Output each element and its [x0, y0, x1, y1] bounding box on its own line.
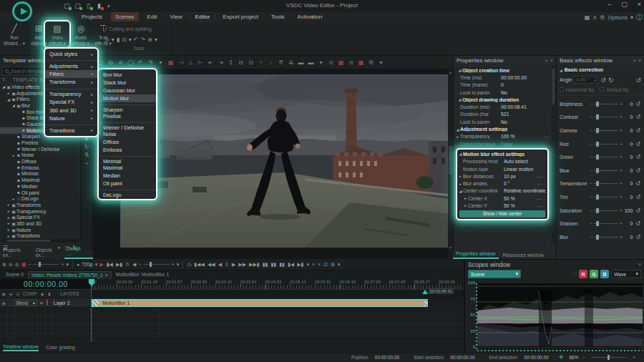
reset-icon[interactable]: ↺ [635, 101, 640, 107]
timeline-zoom-icon[interactable]: ⊜ [15, 262, 19, 268]
submenu-item[interactable]: Gaussian blur [99, 87, 156, 94]
layout-icon[interactable]: ▦ [585, 14, 590, 21]
reset-icon[interactable]: ↺ [635, 234, 640, 240]
resolution-select[interactable]: 720p [82, 262, 93, 267]
clip-right-handle[interactable] [424, 300, 427, 306]
navigation-icon[interactable]: ↧ [225, 262, 229, 268]
slider-handle[interactable] [596, 102, 599, 107]
template-tree-item[interactable]: ▸ ▣ 360 and 3D [0, 220, 80, 227]
row-expand-icon[interactable]: ▸ [458, 182, 463, 186]
playback-icon[interactable]: ↻ [125, 262, 130, 268]
slider-handle[interactable] [596, 195, 599, 200]
submenu-item[interactable]: Box blur [99, 71, 156, 79]
workspace-tool-icon[interactable]: ⊘ [116, 59, 125, 66]
reset-icon[interactable]: ↺ [635, 167, 640, 174]
reset-icon[interactable]: ↺ [635, 207, 640, 214]
slider-minus-button[interactable]: − [590, 142, 592, 147]
navigation-icon[interactable]: ▾ [338, 262, 341, 268]
end-marker[interactable]: 00:00:08.41 [422, 288, 454, 294]
template-tree-item[interactable]: ▸ □ DeLogo [0, 195, 80, 202]
menu-item[interactable]: Nature ▸ [45, 114, 97, 122]
property-row[interactable]: Extend the boun False — ‥ [455, 140, 555, 147]
navigation-icon[interactable]: ▮▮ [270, 262, 276, 268]
reset-icon[interactable]: ↺ [635, 194, 640, 200]
menu-item[interactable]: Quick styles ▸ [45, 50, 97, 58]
cutting-tool-icon[interactable]: ⊕ [147, 36, 152, 43]
slider-track[interactable] [594, 223, 618, 224]
navigation-icon[interactable]: ▾ [306, 262, 309, 268]
slider-handle[interactable] [608, 355, 610, 360]
navigation-icon[interactable]: ▮▮ [279, 262, 285, 268]
property-row[interactable]: Processing mod Auto select — ‥ [458, 158, 547, 165]
slider-track[interactable] [594, 237, 618, 238]
row-expand-icon[interactable]: ◢ [455, 127, 460, 132]
close-icon[interactable]: × [638, 262, 641, 267]
row-expand-icon[interactable]: ▸ [463, 196, 468, 200]
navigation-icon[interactable]: ▶▶▮ [249, 262, 260, 268]
workspace-tool-icon[interactable]: ↑ [256, 59, 265, 66]
slider-track[interactable] [594, 157, 618, 157]
playback-icon[interactable]: ▶▮ [116, 262, 122, 268]
green-channel-button[interactable]: G [590, 270, 598, 278]
zoom-in-button[interactable]: + [633, 355, 635, 360]
slider-track[interactable] [594, 183, 618, 184]
submenu-item[interactable]: Motion blur [99, 94, 156, 102]
workspace-tool-icon[interactable]: ▬ [306, 59, 316, 66]
slider-handle[interactable] [596, 142, 599, 147]
mini-slider-icon[interactable]: — ‥ [537, 203, 547, 208]
blue-channel-button[interactable]: B [600, 270, 609, 278]
angle-input[interactable]: 0.00 ° ▲▼ [574, 76, 598, 84]
workspace-tool-icon[interactable]: ▬ [296, 59, 306, 66]
navigation-icon[interactable]: × [312, 262, 315, 268]
motion-blur-section-header[interactable]: ◢ Motion blur effect settings [458, 150, 547, 157]
properties-vscrollbar[interactable] [552, 66, 555, 245]
motionblur-clip[interactable]: MotionBlur 1 [92, 299, 428, 307]
submenu-item[interactable]: Pixelize [99, 112, 156, 120]
reset-icon[interactable]: ↺ [635, 141, 640, 147]
submenu-item[interactable]: Noise [99, 130, 156, 138]
row-expand-icon[interactable]: ◢ [457, 97, 462, 102]
slider-track[interactable] [594, 197, 618, 197]
row-expand-icon[interactable]: ▸ [455, 134, 460, 139]
scope-source-select[interactable]: Scene▾ [468, 270, 521, 278]
playback-icon[interactable]: ◀ [132, 262, 136, 268]
slider-handle[interactable] [596, 208, 599, 213]
horizontal-flip-checkbox[interactable]: Horizontal flip [560, 87, 594, 92]
template-tree-item[interactable]: ▸ ▣ Transforms [0, 202, 80, 208]
close-icon[interactable]: × [550, 58, 553, 63]
workspace-tool-icon[interactable]: ⊢ [196, 59, 205, 66]
scrollbar-thumb[interactable] [552, 69, 555, 104]
workspace-tool-icon[interactable]: ⚙ [366, 59, 376, 66]
submenu-item[interactable]: Stack blur [99, 79, 156, 87]
property-row[interactable]: Motion type Linear motion — ‥ [458, 165, 547, 172]
add-object-button[interactable]: ⊞ Addobject ▾ [30, 23, 47, 46]
template-tree-item[interactable]: ■ Oil paint [0, 190, 80, 196]
workspace-tool-icon[interactable]: ⇊ [286, 59, 296, 66]
property-row[interactable]: ◢ Object creation time — ‥ [455, 67, 555, 74]
workspace-tool-icon[interactable]: ▦ [356, 59, 366, 66]
template-tree-item[interactable]: ■ Pixelize [0, 140, 80, 146]
workspace-tool-icon[interactable]: ⊣ [176, 59, 185, 66]
property-row[interactable]: ▸ Blur distances 10 px — ‥ [458, 172, 547, 180]
submenu-item[interactable]: Emboss [99, 146, 156, 154]
slider-minus-button[interactable]: − [590, 181, 592, 186]
zoom-slider[interactable] [592, 357, 626, 358]
menu-bar-item[interactable]: Edit [143, 12, 162, 21]
rotate-cw-icon[interactable]: ↻ [608, 77, 614, 84]
navigation-icon[interactable]: ◀◀ [208, 262, 215, 268]
slider-track[interactable] [594, 210, 618, 211]
template-tree-item[interactable]: ▸ ▣ Nature [0, 227, 80, 233]
slider-minus-button[interactable]: − [590, 114, 592, 119]
reset-icon[interactable]: ↺ [635, 154, 640, 160]
close-tab-icon[interactable]: × [105, 273, 108, 278]
workspace-tool-icon[interactable]: ◯ [126, 59, 135, 66]
row-expand-icon[interactable]: ◢ [458, 189, 463, 193]
property-row[interactable]: ▸ Transparency 100 % — ‥ [455, 133, 555, 140]
template-tree-item[interactable]: ■ Minimal [0, 171, 80, 177]
template-tree-item[interactable]: ■ Median [0, 183, 80, 190]
workspace-tool-icon[interactable]: ⇤ [206, 59, 215, 66]
preview-vscrollbar[interactable]: ▲ ▼ [448, 69, 453, 250]
workspace-tool-icon[interactable]: ⇥ [216, 59, 225, 66]
workspace-tool-icon[interactable]: ▾ [376, 59, 386, 66]
scrollbar-thumb[interactable] [7, 240, 50, 242]
